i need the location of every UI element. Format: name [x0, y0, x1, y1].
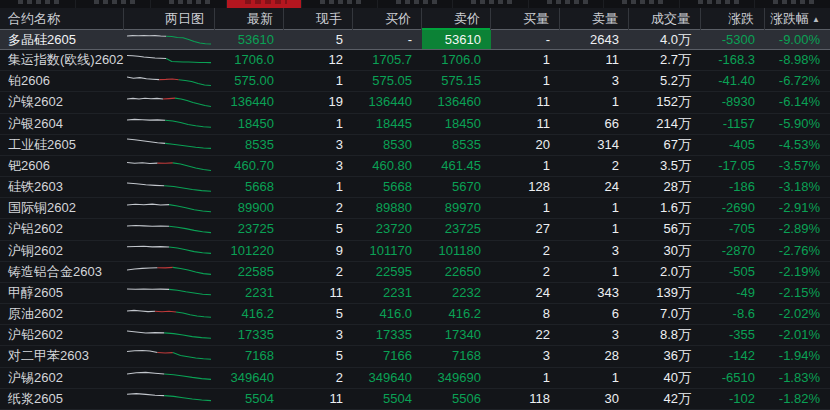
current-lots-cell: 5	[284, 219, 353, 239]
quote-row[interactable]: 沪镍260213644019136440136460111152万-8930-6…	[0, 92, 830, 113]
header-change-percent[interactable]: 涨跌幅▲	[765, 8, 830, 30]
bid-price-cell: 5504	[353, 389, 422, 409]
tab[interactable]	[0, 0, 76, 8]
bid-volume-cell: 8	[491, 304, 560, 324]
quote-row[interactable]: 国际铜26028990028988089970111.6万-2690-2.91%	[0, 198, 830, 219]
tab[interactable]	[76, 0, 152, 8]
header-current-lots[interactable]: 现手	[284, 8, 353, 30]
two-day-chart-cell	[124, 219, 215, 239]
turnover-cell: 214万	[629, 114, 701, 134]
quote-row[interactable]: 纸浆2605550411550455061183042万-102-1.82%	[0, 389, 830, 410]
quote-row[interactable]: 沪铅260217335317335173402238.8万-355-2.01%	[0, 325, 830, 346]
ask-price-cell: 136460	[422, 92, 491, 112]
quote-row[interactable]: 对二甲苯2603716857166716832836万-142-1.94%	[0, 346, 830, 367]
bid-volume-cell: 22	[491, 325, 560, 345]
ask-volume-cell: 314	[560, 135, 629, 155]
ask-price-cell: 89970	[422, 198, 491, 218]
tab[interactable]	[680, 0, 756, 8]
two-day-chart-cell	[124, 283, 215, 303]
change-percent-cell: -2.15%	[765, 283, 830, 303]
current-lots-cell: 3	[284, 135, 353, 155]
contract-name-cell: 沪镍2602	[0, 92, 124, 112]
latest-price-cell: 416.2	[215, 304, 284, 324]
quote-row[interactable]: 硅铁260356681566856701282428万-186-3.18%	[0, 177, 830, 198]
two-day-chart-cell	[124, 389, 215, 409]
two-day-sparkline	[127, 348, 211, 365]
current-lots-cell: 12	[284, 50, 353, 70]
header-ask-volume[interactable]: 卖量	[560, 8, 629, 30]
tab[interactable]	[378, 0, 454, 8]
two-day-sparkline	[127, 94, 211, 111]
two-day-sparkline	[127, 263, 211, 280]
change-cell: -2690	[701, 198, 765, 218]
change-percent-cell: -9.00%	[765, 30, 830, 49]
header-bid-price[interactable]: 买价	[353, 8, 422, 30]
tab[interactable]	[604, 0, 680, 8]
tab[interactable]	[529, 0, 605, 8]
change-percent-cell: -2.01%	[765, 325, 830, 345]
turnover-cell: 2.0万	[629, 262, 701, 282]
current-lots-cell: 19	[284, 92, 353, 112]
change-percent-cell: -1.94%	[765, 346, 830, 366]
change-percent-cell: -6.14%	[765, 92, 830, 112]
quote-row[interactable]: 沪银260418450118445184501166214万-1157-5.90…	[0, 114, 830, 135]
two-day-sparkline	[127, 31, 211, 48]
active-tab[interactable]	[227, 0, 303, 8]
contract-name-cell: 硅铁2603	[0, 177, 124, 197]
header-ask-price-label: 卖价	[454, 11, 480, 26]
tab[interactable]	[755, 0, 830, 8]
current-lots-cell: 11	[284, 283, 353, 303]
turnover-cell: 2.7万	[629, 50, 701, 70]
bid-volume-cell: 1	[491, 198, 560, 218]
header-contract-name[interactable]: 合约名称	[0, 8, 124, 30]
current-lots-cell: 5	[284, 304, 353, 324]
ask-price-cell: 416.2	[422, 304, 491, 324]
quote-row[interactable]: 铂2606575.001575.05575.15135.2万-41.40-6.7…	[0, 71, 830, 92]
quote-row[interactable]: 沪铝2602237255237202372527156万-705-2.89%	[0, 219, 830, 240]
ask-volume-cell: 1	[560, 92, 629, 112]
tab[interactable]	[151, 0, 227, 8]
quote-row[interactable]: 集运指数(欧线)26021706.0121705.71706.01112.7万-…	[0, 50, 830, 71]
ask-price-cell: 575.15	[422, 71, 491, 91]
bid-price-cell: 416.0	[353, 304, 422, 324]
header-latest[interactable]: 最新	[215, 8, 284, 30]
tab[interactable]	[453, 0, 529, 8]
two-day-sparkline	[127, 136, 211, 153]
latest-price-cell: 101220	[215, 241, 284, 261]
header-turnover[interactable]: 成交量	[629, 8, 701, 30]
latest-price-cell: 53610	[215, 30, 284, 49]
change-cell: -355	[701, 325, 765, 345]
header-change[interactable]: 涨跌	[701, 8, 765, 30]
change-cell: -41.40	[701, 71, 765, 91]
quote-row[interactable]: 沪铜260210122091011701011802330万-2870-2.76…	[0, 241, 830, 262]
quote-row[interactable]: 甲醇26052231112231223224343139万-49-2.15%	[0, 283, 830, 304]
bid-volume-cell: 1	[491, 71, 560, 91]
quote-row[interactable]: 铸造铝合金26032258522259522650212.0万-505-2.19…	[0, 262, 830, 283]
latest-price-cell: 1706.0	[215, 50, 284, 70]
quote-row[interactable]: 沪锡260234964023496403496901140万-6510-1.83…	[0, 368, 830, 389]
tab[interactable]	[302, 0, 378, 8]
turnover-cell: 67万	[629, 135, 701, 155]
contract-name-cell: 钯2606	[0, 156, 124, 176]
contract-name-cell: 沪锡2602	[0, 368, 124, 388]
quote-row[interactable]: 钯2606460.703460.80461.45123.5万-17.05-3.5…	[0, 156, 830, 177]
change-cell: -5300	[701, 30, 765, 49]
turnover-cell: 5.2万	[629, 71, 701, 91]
change-percent-cell: -5.90%	[765, 114, 830, 134]
header-ask-price[interactable]: 卖价	[422, 8, 491, 30]
quote-row[interactable]: 多晶硅2605536105-53610-26434.0万-5300-9.00%	[0, 29, 830, 50]
ask-volume-cell: 66	[560, 114, 629, 134]
latest-price-cell: 8535	[215, 135, 284, 155]
two-day-sparkline	[127, 390, 211, 407]
header-two-day-chart[interactable]: 两日图	[124, 8, 215, 30]
quote-row[interactable]: 原油2602416.25416.0416.2867.0万-8.6-2.02%	[0, 304, 830, 325]
change-percent-cell: -1.83%	[765, 368, 830, 388]
contract-name-cell: 工业硅2605	[0, 135, 124, 155]
change-percent-cell: -8.98%	[765, 50, 830, 70]
quote-row[interactable]: 工业硅260585353853085352031467万-405-4.53%	[0, 135, 830, 156]
bid-price-cell: 8530	[353, 135, 422, 155]
bid-price-cell: 18445	[353, 114, 422, 134]
turnover-cell: 139万	[629, 283, 701, 303]
header-bid-volume[interactable]: 买量	[491, 8, 560, 30]
bid-volume-cell: 24	[491, 283, 560, 303]
